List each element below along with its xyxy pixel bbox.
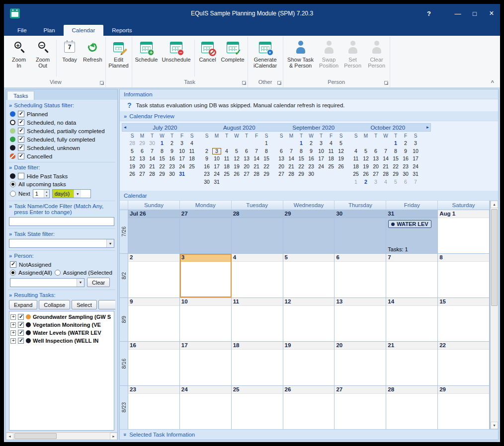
calendar-day-cell[interactable]: 19 bbox=[283, 342, 335, 385]
calendar-day-cell[interactable]: 27 bbox=[335, 386, 386, 429]
status-filter-item[interactable]: Scheduled, partially completed bbox=[8, 127, 115, 135]
calendar-day-cell[interactable]: 25 bbox=[232, 386, 283, 429]
mini-day[interactable]: 29 bbox=[296, 170, 306, 178]
hide-past-tasks-row[interactable]: Hide Past Tasks bbox=[8, 172, 115, 180]
mini-day[interactable]: 28 bbox=[381, 170, 391, 178]
checkbox[interactable] bbox=[18, 338, 24, 344]
tree-collapse-button[interactable]: Collapse bbox=[39, 300, 70, 309]
checkbox[interactable] bbox=[18, 119, 24, 126]
mini-day[interactable]: 5 bbox=[232, 148, 242, 155]
mini-day[interactable]: 30 bbox=[202, 178, 212, 186]
calendar-day-cell[interactable]: 29 bbox=[438, 386, 490, 429]
calendar-day-cell[interactable]: 4 bbox=[232, 254, 283, 297]
mini-day[interactable]: 21 bbox=[147, 163, 157, 171]
scheduling-status-filter-header[interactable]: » Scheduling Status filter: bbox=[8, 100, 115, 110]
calendar-day-cell[interactable]: Aug 1 bbox=[438, 210, 490, 253]
mini-day[interactable]: 9 bbox=[401, 148, 411, 155]
selected-task-info-header[interactable]: » Selected Task Information bbox=[120, 429, 498, 440]
calendar-day-cell[interactable]: 11 bbox=[232, 298, 283, 341]
calendar-day-cell[interactable]: 26 bbox=[283, 386, 335, 429]
task-state-filter-header[interactable]: » Task State filter: bbox=[8, 228, 115, 238]
radio-selected-icon[interactable] bbox=[10, 181, 16, 187]
mini-day[interactable]: 12 bbox=[361, 155, 371, 163]
checkbox[interactable] bbox=[18, 330, 24, 336]
checkbox[interactable] bbox=[18, 128, 24, 134]
mini-day[interactable]: 7 bbox=[286, 148, 296, 155]
calendar-day-cell[interactable]: 17 bbox=[180, 342, 232, 385]
mini-day[interactable]: 13 bbox=[242, 155, 252, 163]
tab-calendar[interactable]: Calendar bbox=[64, 25, 104, 36]
status-filter-item[interactable]: Scheduled, unknown bbox=[8, 144, 115, 152]
date-filter-header[interactable]: » Date filter: bbox=[8, 162, 115, 172]
mini-day[interactable]: 24 bbox=[177, 163, 187, 171]
scrollbar-track[interactable] bbox=[491, 208, 498, 422]
mini-day[interactable]: 25 bbox=[351, 170, 361, 178]
mini-day[interactable]: 28 bbox=[127, 140, 137, 148]
spinner-arrows[interactable]: ▲▼ bbox=[44, 190, 49, 198]
mini-day[interactable]: 14 bbox=[381, 155, 391, 163]
mini-day[interactable]: 3 bbox=[316, 140, 326, 148]
mini-day[interactable]: 25 bbox=[222, 170, 232, 178]
assigned-all-radio[interactable] bbox=[10, 270, 16, 276]
mini-day[interactable]: 4 bbox=[222, 148, 232, 155]
scroll-up-button[interactable]: ▲ bbox=[491, 201, 498, 208]
mini-day[interactable]: 28 bbox=[147, 170, 157, 178]
help-button[interactable]: ? bbox=[420, 4, 437, 23]
preview-prev-button[interactable]: ◄ bbox=[122, 125, 128, 130]
mini-day[interactable]: 25 bbox=[187, 163, 197, 171]
clipped-button[interactable] bbox=[98, 300, 115, 309]
status-filter-item[interactable]: Scheduled, no data bbox=[8, 118, 115, 127]
mini-day[interactable]: 26 bbox=[336, 163, 346, 171]
mini-day[interactable]: 17 bbox=[411, 155, 420, 163]
mini-day[interactable]: 7 bbox=[252, 148, 261, 155]
mini-day[interactable]: 20 bbox=[242, 163, 252, 171]
mini-day[interactable]: 13 bbox=[371, 155, 381, 163]
checkbox[interactable] bbox=[18, 136, 24, 143]
scroll-down-button[interactable]: ▼ bbox=[491, 422, 498, 429]
checkbox[interactable] bbox=[18, 145, 24, 151]
mini-day[interactable]: 11 bbox=[222, 155, 232, 163]
assigned-selected-radio[interactable] bbox=[55, 270, 61, 276]
mini-day[interactable]: 27 bbox=[276, 170, 286, 178]
tree-item[interactable]: Water Levels (WATER LEV bbox=[10, 329, 113, 337]
mini-day[interactable]: 12 bbox=[127, 155, 137, 163]
mini-day[interactable]: 24 bbox=[316, 163, 326, 171]
mini-day[interactable]: 6 bbox=[276, 148, 286, 155]
mini-day[interactable]: 29 bbox=[137, 140, 147, 148]
preview-next-button[interactable]: ► bbox=[425, 125, 430, 130]
calendar-day-cell[interactable]: 18 bbox=[232, 342, 283, 385]
mini-day[interactable]: 7 bbox=[147, 148, 157, 155]
mini-day[interactable]: 15 bbox=[391, 155, 401, 163]
not-assigned-row[interactable]: NotAssigned bbox=[8, 260, 115, 269]
mini-day[interactable]: 25 bbox=[326, 163, 336, 171]
mini-day[interactable]: 3 bbox=[212, 148, 222, 155]
scroll-right-button[interactable]: ► bbox=[110, 433, 117, 440]
clear-person-button[interactable]: Clear Person bbox=[365, 38, 388, 78]
mini-day[interactable]: 14 bbox=[147, 155, 157, 163]
status-filter-item[interactable]: Scheduled, fully completed bbox=[8, 135, 115, 144]
mini-day[interactable]: 3 bbox=[371, 178, 381, 186]
tree-item[interactable]: Groundwater Sampling (GW S bbox=[10, 313, 113, 321]
mini-day[interactable]: 29 bbox=[391, 170, 401, 178]
mini-day[interactable]: 28 bbox=[252, 170, 261, 178]
close-button[interactable]: × bbox=[483, 4, 500, 23]
dialog-launcher-icon[interactable] bbox=[100, 81, 104, 85]
checkbox[interactable] bbox=[18, 314, 24, 320]
calendar-day-cell[interactable]: 14 bbox=[386, 298, 438, 341]
mini-day[interactable]: 19 bbox=[336, 155, 346, 163]
collapse-ribbon-button[interactable]: ^ bbox=[491, 79, 494, 85]
next-period-row[interactable]: Next 1 ▲▼ day(s) ▼ bbox=[8, 188, 115, 199]
tree-expand-button[interactable]: Expand bbox=[9, 300, 37, 309]
mini-day[interactable]: 6 bbox=[242, 148, 252, 155]
mini-day[interactable]: 18 bbox=[326, 155, 336, 163]
calendar-day-cell[interactable]: 23 bbox=[128, 386, 180, 429]
mini-day[interactable]: 2 bbox=[361, 178, 371, 186]
edit-planned-button[interactable]: Edit Planned bbox=[107, 38, 130, 78]
calendar-day-cell[interactable]: 20 bbox=[335, 342, 386, 385]
mini-day[interactable]: 2 bbox=[202, 148, 212, 155]
calendar-day-cell[interactable]: 10 bbox=[180, 298, 232, 341]
mini-day[interactable]: 19 bbox=[232, 163, 242, 171]
tab-tasks[interactable]: Tasks bbox=[7, 91, 34, 100]
calendar-day-cell[interactable]: 13 bbox=[335, 298, 386, 341]
dialog-launcher-icon[interactable] bbox=[384, 81, 388, 85]
